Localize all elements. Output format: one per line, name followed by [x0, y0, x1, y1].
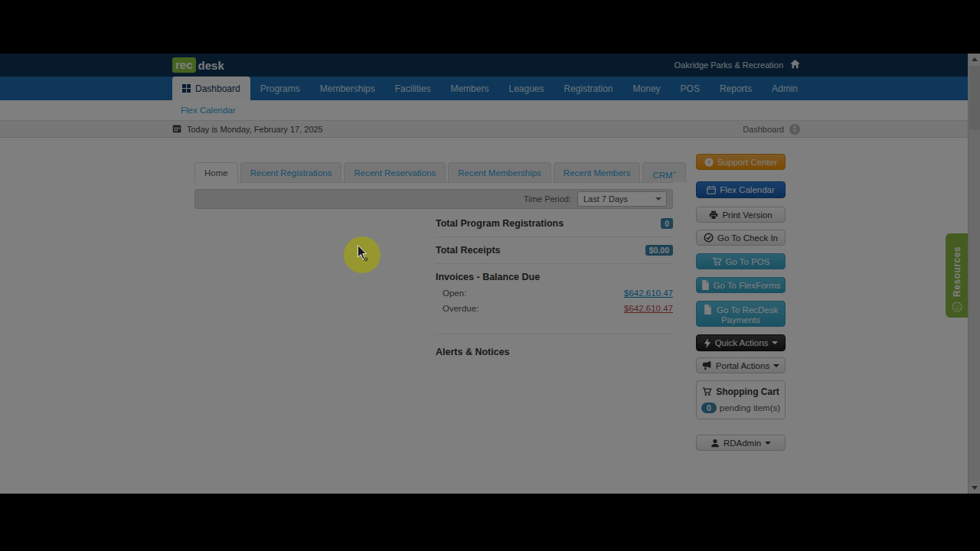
chevron-down-icon	[765, 442, 771, 445]
logo-rec-badge: rec	[172, 57, 196, 73]
printer-icon	[709, 210, 718, 220]
tab-recent-reservations[interactable]: Recent Reservations	[344, 162, 446, 182]
alerts-section: Alerts & Notices	[436, 334, 673, 358]
open-balance-link[interactable]: $642,610.47	[624, 289, 673, 298]
resources-side-tab[interactable]: Resources	[946, 233, 968, 318]
nav-item-members[interactable]: Members	[440, 77, 498, 100]
time-period-bar: Time Period: Last 7 Days	[194, 189, 673, 209]
invoice-row-overdue: Overdue: $642,610.47	[436, 304, 673, 313]
chevron-down-icon	[773, 364, 779, 367]
flex-calendar-link[interactable]: Flex Calendar	[181, 106, 236, 115]
dashboard-tabs-panel: Home Recent Registrations Recent Reserva…	[194, 161, 673, 209]
go-to-pos-button[interactable]: Go To POS	[696, 253, 786, 269]
breadcrumb: Dashboard	[743, 125, 784, 134]
support-center-button[interactable]: ? Support Center	[696, 154, 786, 170]
cart-count-badge: 0	[701, 403, 717, 413]
main-nav-bar: Dashboard Programs Memberships Facilitie…	[0, 77, 980, 100]
chevron-down-icon	[655, 197, 662, 201]
overdue-balance-link[interactable]: $642,610.47	[624, 304, 673, 313]
nav-item-memberships[interactable]: Memberships	[310, 77, 385, 100]
top-header-bar: rec desk Oakridge Parks & Recreation	[0, 54, 980, 77]
bolt-icon	[704, 338, 711, 348]
cart-title: Shopping Cart	[716, 386, 779, 397]
check-in-icon	[704, 233, 714, 243]
invoices-section: Invoices - Balance Due Open: $642,610.47…	[436, 264, 673, 313]
file-icon	[704, 305, 712, 315]
nav-item-dashboard[interactable]: Dashboard	[172, 77, 250, 100]
user-menu-button[interactable]: RDAdmin	[696, 435, 786, 451]
arrow-cursor	[357, 245, 369, 262]
today-text: Today is Monday, February 17, 2025	[187, 125, 323, 134]
nav-item-leagues[interactable]: Leagues	[498, 77, 554, 100]
arrow-down-icon	[972, 486, 978, 490]
nav-item-registration[interactable]: Registration	[554, 77, 623, 100]
collapse-toggle-icon[interactable]	[789, 124, 800, 135]
calendar-icon	[707, 185, 716, 194]
chevron-down-icon	[772, 341, 778, 344]
resources-label: Resources	[952, 246, 962, 297]
stat-row-registrations: Total Program Registrations 0	[436, 214, 673, 237]
vertical-scrollbar[interactable]	[968, 54, 980, 494]
dashboard-tabs: Home Recent Registrations Recent Reserva…	[194, 161, 673, 183]
smiley-icon	[952, 302, 962, 312]
stat-label: Total Receipts	[436, 245, 501, 256]
question-circle-icon: ?	[704, 158, 714, 167]
click-highlight-circle	[344, 236, 381, 273]
stat-row-receipts: Total Receipts $0.00	[436, 237, 673, 264]
cart-icon	[712, 257, 722, 266]
organization-name: Oakridge Parks & Recreation	[675, 60, 783, 70]
print-version-button[interactable]: Print Version	[696, 207, 786, 223]
nav-item-reports[interactable]: Reports	[710, 77, 762, 100]
sub-nav-bar: Flex Calendar	[0, 100, 980, 120]
go-to-check-in-button[interactable]: Go To Check In	[696, 230, 786, 246]
stat-label: Total Program Registrations	[436, 218, 564, 229]
cart-icon	[702, 387, 712, 396]
time-period-select[interactable]: Last 7 Days	[577, 191, 667, 207]
go-to-flexforms-button[interactable]: Go To FlexForms	[696, 277, 786, 293]
megaphone-icon	[702, 361, 712, 370]
nav-item-money[interactable]: Money	[623, 77, 671, 100]
home-icon[interactable]	[790, 60, 800, 70]
tab-recent-members[interactable]: Recent Members	[554, 162, 641, 182]
svg-text:?: ?	[707, 158, 711, 165]
recdesk-app: rec desk Oakridge Parks & Recreation Das…	[0, 54, 980, 494]
stat-badge-registrations: 0	[661, 218, 673, 229]
time-period-label: Time Period:	[524, 194, 571, 204]
tab-crm[interactable]: CRM+	[642, 162, 686, 182]
nav-item-admin[interactable]: Admin	[762, 77, 808, 100]
cart-pending-text: pending item(s)	[720, 403, 780, 412]
shopping-cart-panel[interactable]: Shopping Cart 0 pending item(s)	[696, 380, 786, 419]
nav-item-pos[interactable]: POS	[671, 77, 710, 100]
date-bar: Today is Monday, February 17, 2025 Dashb…	[0, 120, 980, 138]
stat-badge-receipts: $0.00	[645, 245, 673, 256]
logo-desk-text: desk	[198, 59, 224, 72]
time-period-selected-value: Last 7 Days	[583, 194, 628, 204]
screen: rec desk Oakridge Parks & Recreation Das…	[0, 0, 980, 551]
action-sidebar: ? Support Center Flex Calendar Print Ver…	[696, 154, 786, 451]
tab-recent-registrations[interactable]: Recent Registrations	[240, 162, 342, 182]
arrow-up-icon	[972, 57, 978, 61]
crm-sup-marker: +	[673, 169, 677, 176]
stats-summary: Total Program Registrations 0 Total Rece…	[436, 214, 673, 358]
tab-recent-memberships[interactable]: Recent Memberships	[448, 162, 551, 182]
nav-item-programs[interactable]: Programs	[250, 77, 310, 100]
invoice-row-open: Open: $642,610.47	[436, 289, 673, 298]
scroll-down-button[interactable]	[969, 481, 980, 494]
invoices-title: Invoices - Balance Due	[436, 272, 673, 282]
scroll-up-button[interactable]	[969, 54, 980, 66]
portal-actions-button[interactable]: Portal Actions	[696, 357, 786, 373]
user-icon	[710, 439, 720, 448]
recdesk-logo[interactable]: rec desk	[172, 57, 224, 73]
scrollbar-thumb[interactable]	[969, 66, 980, 130]
tab-home[interactable]: Home	[194, 162, 238, 183]
grid-icon	[182, 84, 191, 93]
alerts-title: Alerts & Notices	[436, 347, 510, 357]
calendar-icon	[172, 124, 181, 135]
flex-calendar-button[interactable]: Flex Calendar	[696, 181, 786, 198]
nav-item-facilities[interactable]: Facilities	[385, 77, 441, 100]
file-icon	[701, 280, 710, 290]
dashboard-content: Home Recent Registrations Recent Reserva…	[0, 138, 980, 494]
go-to-recdesk-payments-button[interactable]: Go To RecDesk Payments	[696, 301, 786, 327]
quick-actions-button[interactable]: Quick Actions	[696, 334, 786, 351]
